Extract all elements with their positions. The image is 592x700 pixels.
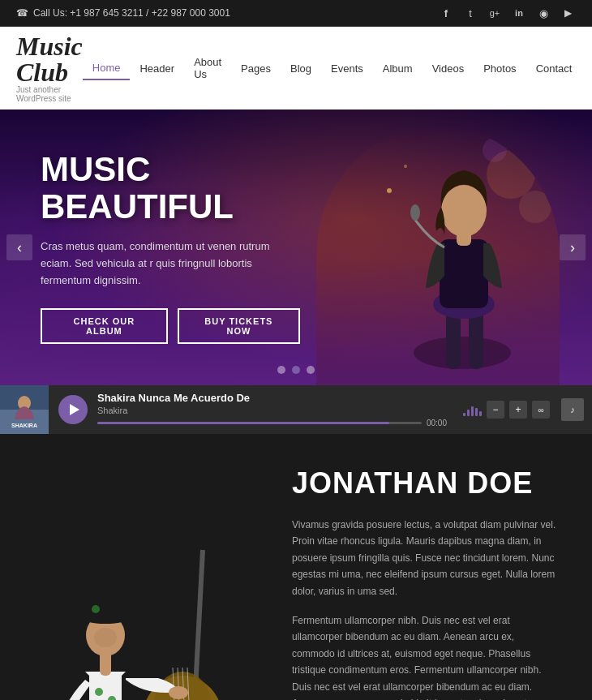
hero-dots: [277, 366, 315, 374]
hero-prev-button[interactable]: ‹: [6, 234, 32, 260]
svg-text:SHAKIRA: SHAKIRA: [11, 423, 37, 428]
top-bar: ☎ Call Us: +1 987 645 3211 / +22 987 000…: [0, 0, 592, 27]
nav-header[interactable]: Header: [130, 58, 184, 79]
googleplus-link[interactable]: g+: [487, 5, 503, 21]
hero-singer-image: [316, 126, 560, 385]
playlist-button[interactable]: ♪: [561, 398, 584, 421]
svg-point-9: [441, 185, 487, 237]
artist-desc-1: Vivamus gravida posuere lectus, a volutp…: [292, 517, 560, 599]
hero-dot-2[interactable]: [292, 366, 300, 374]
artist-desc-2: Fermentum ullamcorper nibh. Duis nec est…: [292, 612, 560, 700]
svg-point-3: [414, 337, 511, 369]
vol-bar-5: [479, 411, 482, 416]
svg-rect-7: [440, 239, 488, 308]
svg-point-13: [524, 155, 530, 161]
header: Music Club Just another WordPress site H…: [0, 27, 592, 110]
player-controls: − + ∞ ♪: [455, 398, 592, 421]
hero-dot-3[interactable]: [307, 366, 315, 374]
loop-button[interactable]: ∞: [532, 401, 550, 419]
nav-about[interactable]: About Us: [184, 51, 231, 85]
hero-buttons: CHECK OUR ALBUM BUY TICKETS NOW: [41, 308, 300, 344]
nav-videos[interactable]: Videos: [423, 58, 474, 79]
artist-name: JONATHAN DOE: [292, 466, 560, 500]
check-album-button[interactable]: CHECK OUR ALBUM: [41, 308, 168, 344]
svg-point-10: [410, 204, 420, 221]
player-info: Shakira Nunca Me Acuerdo De Shakira 00:0…: [97, 392, 455, 427]
player-time: 00:00: [427, 419, 447, 427]
song-artist: Shakira: [97, 406, 447, 415]
phone-text: Call Us: +1 987 645 3211 / +22 987 000 3…: [33, 7, 230, 19]
hero-dot-1[interactable]: [277, 366, 285, 374]
twitter-link[interactable]: t: [462, 5, 478, 21]
buy-tickets-button[interactable]: BUY TICKETS NOW: [178, 308, 300, 344]
svg-point-35: [92, 605, 100, 613]
svg-point-36: [94, 628, 117, 647]
phone-info: ☎ Call Us: +1 987 645 3211 / +22 987 000…: [16, 7, 230, 19]
nav-contact[interactable]: Contact: [526, 58, 582, 79]
progress-bar[interactable]: [97, 422, 422, 424]
svg-point-29: [169, 686, 188, 699]
vol-bar-2: [467, 410, 470, 416]
nav-blog[interactable]: Blog: [281, 58, 321, 79]
main-nav: Home Header About Us Pages Blog Events A…: [83, 51, 582, 85]
hero-content: MUSIC BEAUTIFUL Cras metus quam, condime…: [0, 151, 341, 345]
logo-wrap: Music Club Just another WordPress site: [16, 33, 83, 103]
artist-image-wrap: [32, 458, 260, 700]
svg-point-11: [387, 188, 392, 193]
svg-point-12: [404, 165, 407, 168]
hero-next-button[interactable]: ›: [560, 234, 586, 260]
vol-bar-3: [471, 406, 474, 416]
album-cover-image: SHAKIRA: [0, 385, 49, 434]
vol-bar-1: [463, 413, 465, 416]
artist-illustration: [41, 542, 251, 700]
svg-point-2: [483, 138, 507, 162]
nav-album[interactable]: Album: [373, 58, 423, 79]
play-button[interactable]: [58, 395, 88, 424]
nav-events[interactable]: Events: [321, 58, 373, 79]
youtube-link[interactable]: ▶: [560, 5, 576, 21]
artist-content: JONATHAN DOE Vivamus gravida posuere lec…: [292, 458, 560, 700]
song-title: Shakira Nunca Me Acuerdo De: [97, 392, 447, 404]
hero-text: Cras metus quam, condimentum ut venen ru…: [41, 238, 300, 289]
svg-point-1: [519, 191, 551, 223]
nav-home[interactable]: Home: [83, 57, 131, 80]
album-cover: SHAKIRA: [0, 385, 49, 434]
progress-bar-container: 00:00: [97, 419, 447, 427]
svg-point-26: [95, 688, 103, 696]
vol-bar-4: [475, 408, 478, 416]
site-logo[interactable]: Music Club: [16, 33, 83, 85]
logo-subtitle: Just another WordPress site: [16, 85, 83, 103]
hero-section: MUSIC BEAUTIFUL Cras metus quam, condime…: [0, 110, 592, 385]
volume-down-button[interactable]: −: [487, 401, 504, 419]
hero-title: MUSIC BEAUTIFUL: [41, 151, 300, 225]
progress-fill: [97, 422, 389, 424]
nav-pages[interactable]: Pages: [231, 58, 281, 79]
linkedin-link[interactable]: in: [511, 5, 527, 21]
volume-up-button[interactable]: +: [509, 401, 527, 419]
rss-link[interactable]: ◉: [535, 5, 551, 21]
volume-bars: [463, 403, 482, 416]
music-player: SHAKIRA Shakira Nunca Me Acuerdo De Shak…: [0, 385, 592, 434]
facebook-link[interactable]: f: [438, 5, 454, 21]
phone-icon: ☎: [16, 7, 28, 19]
artist-section: JONATHAN DOE Vivamus gravida posuere lec…: [0, 434, 592, 700]
nav-photos[interactable]: Photos: [474, 58, 526, 79]
social-links: f t g+ in ◉ ▶: [438, 5, 576, 21]
